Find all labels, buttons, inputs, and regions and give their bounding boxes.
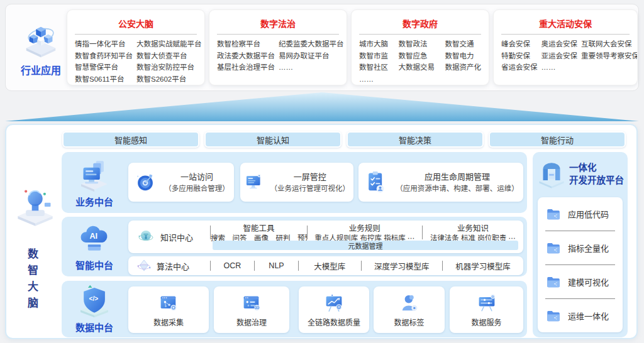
platform-item: 易网办取证平台: [279, 50, 344, 62]
platform-item: 数智治安防控平台: [136, 62, 202, 74]
platform-item: 数智检察平台: [217, 38, 275, 50]
dev-open-platform-head: 一体化 开发开放平台: [533, 152, 628, 190]
knowledge-sphere-icon: [136, 227, 156, 247]
dev-item-label: 建模可视化: [568, 276, 609, 288]
data-collection-card: 数据采集: [128, 286, 209, 333]
capability-pill-decision: 智能决策: [347, 131, 484, 148]
card-title: 数据治理: [236, 317, 267, 327]
capability-pill-perception: 智能感知: [62, 131, 199, 148]
group-title: 业务知识: [423, 224, 523, 234]
platform-item: 特勤安保: [501, 50, 538, 62]
clipboard-icon: [363, 169, 389, 195]
business-platform-head: 业务中台: [62, 152, 127, 213]
intelligence-platform-row: 智能中台 知识中心 智能工具 搜索 问答 画像 研判 预警 ⋯ 业务规则 重点人…: [62, 217, 527, 276]
platform-list: 数智检察平台 纪委监委大数据平台 政法委大数据平台 易网办取证平台 基层社会治理…: [209, 38, 347, 74]
platform-list: 峰会安保 奥运会安保 互联网大会安保 特勤安保 亚运会安保 重要领导考察安保 省…: [494, 38, 637, 74]
data-governance-icon: [240, 292, 263, 315]
folder-ops-icon: [545, 308, 562, 324]
platform-list: 情指一体化平台 大数据实战赋能平台 数智食药环知平台 数智大侦查平台 智慧警保平…: [67, 38, 204, 85]
card-subtitle: （业务运行管理可视化）: [270, 183, 350, 193]
card-text: 一屏管控 （业务运行管理可视化）: [270, 171, 350, 193]
platform-item: 重要领导考察安保: [581, 50, 638, 62]
data-platform-head: 数据中台: [62, 281, 127, 337]
knowledge-center-card: 知识中心 智能工具 搜索 问答 画像 研判 预警 ⋯ 业务规则 重点人规则库 布…: [128, 220, 523, 253]
data-quality-card: 全链路数据质量: [299, 286, 369, 333]
digital-brain-label: 数智大脑: [24, 248, 40, 313]
divider: [359, 34, 481, 35]
dev-item-lowcode: 应用低代码: [538, 197, 623, 231]
card-text: 应用生命周期管理 （应用资源申请、构建、部署、运维）: [396, 171, 519, 193]
platform-item: 数智政法: [399, 38, 435, 50]
data-platform-label: 数据中台: [75, 320, 113, 334]
divider: [217, 34, 339, 35]
folder-indicators-icon: [545, 240, 562, 256]
data-service-card: 数据服务: [450, 286, 523, 333]
algorithm-center-label: 算法中心: [157, 260, 189, 272]
platform-item: ……: [541, 62, 578, 74]
data-label-card: 数据标签: [374, 286, 445, 333]
platform-item: 数智大侦查平台: [136, 50, 202, 62]
card-title: 数据服务: [471, 317, 501, 327]
platform-item: 互联网大会安保: [581, 38, 638, 50]
algorithm-item: 机器学习模型库: [443, 260, 523, 272]
industry-applications-head: 行业应用: [13, 21, 69, 77]
group-title: 业务规则: [308, 224, 422, 234]
platform-item: ……: [359, 74, 388, 85]
app-card-title: 数字法治: [209, 10, 347, 30]
app-card-title: 数字政府: [352, 10, 489, 30]
platform-item: 大数据实战赋能平台: [136, 38, 202, 50]
card-text: 一站访问 （多应用融合管理）: [164, 171, 230, 193]
data-collection-icon: [157, 292, 180, 315]
one-stop-access-card: 一站访问 （多应用融合管理）: [128, 163, 234, 202]
dev-item-ops: 运维一体化: [538, 299, 623, 332]
platform-item: 数智S2602平台: [136, 74, 202, 85]
digital-brain-icon: [14, 185, 57, 228]
title-line-1: 一体化: [569, 162, 624, 175]
dev-item-indicators: 指标全量化: [538, 231, 623, 264]
folder-modeling-icon: [545, 274, 562, 290]
digital-brain-section: 数智大脑 智能感知 智能认知 智能决策 智能行动 业务中台 一站访问 （多应用融…: [5, 124, 638, 339]
platform-item: 数智交通: [445, 38, 482, 50]
one-screen-control-card: 一屏管控 （业务运行管理可视化）: [240, 163, 353, 202]
divider: [501, 34, 630, 35]
platform-list: 城市大脑 数智政法 数智交通 数智市监 数智应急 数智电力 数智社区 大数据交易…: [352, 38, 489, 85]
platform-item: 纪委监委大数据平台: [279, 38, 344, 50]
dev-open-platform-title: 一体化 开发开放平台: [569, 162, 624, 187]
industry-applications-section: 行业应用 公安大脑 情指一体化平台 大数据实战赋能平台 数智食药环知平台 数智大…: [5, 4, 639, 91]
sliders-board-icon: [475, 292, 498, 315]
app-card-title: 公安大脑: [67, 10, 204, 30]
card-subtitle: （应用资源申请、构建、部署、运维）: [396, 183, 519, 193]
data-platform-row: 数据中台 数据采集 数据治理 全链路数据质量 数据标签 数据服务: [62, 281, 527, 337]
app-card-digital-government: 数字政府 城市大脑 数智政法 数智交通 数智市监 数智应急 数智电力 数智社区 …: [351, 9, 489, 85]
data-shield-icon: [77, 285, 111, 318]
dev-open-platform-column: 一体化 开发开放平台 应用低代码 指标全量化 建模可视化: [533, 152, 628, 337]
platform-item: 数智食药环知平台: [75, 50, 133, 62]
platform-item: 省运会安保: [501, 62, 538, 74]
platform-item: 基层社会治理平台: [217, 62, 275, 74]
ai-cloud-icon: [77, 222, 111, 256]
platform-item: ……: [279, 62, 344, 74]
platform-item: ……: [75, 85, 133, 85]
intelligence-platform-head: 智能中台: [62, 217, 127, 276]
platform-item: 数智应急: [399, 50, 435, 62]
platform-item: 奥运会安保: [541, 38, 578, 50]
card-title: 一屏管控: [270, 171, 350, 183]
intelligence-platform-label: 智能中台: [75, 258, 113, 271]
algorithm-item: NLP: [255, 261, 298, 270]
platform-item: 数智社区: [359, 62, 388, 74]
divider: [75, 34, 197, 35]
platform-item: 数智电力: [445, 50, 482, 62]
funnel-arrow: [5, 92, 639, 121]
infographic-canvas: 行业应用 公安大脑 情指一体化平台 大数据实战赋能平台 数智食药环知平台 数智大…: [0, 0, 644, 343]
card-title: 全链路数据质量: [308, 317, 360, 327]
dev-item-label: 指标全量化: [568, 242, 609, 254]
title-line-2: 开发开放平台: [569, 175, 624, 187]
industry-applications-label: 行业应用: [21, 62, 61, 77]
folder-lowcode-icon: [545, 206, 562, 222]
platform-item: 数智市监: [359, 50, 388, 62]
group-title: 智能工具: [211, 224, 307, 234]
platform-item: 情指一体化平台: [75, 38, 133, 50]
capability-pill-cognition: 智能认知: [204, 131, 341, 148]
dev-item-label: 运维一体化: [568, 310, 609, 322]
algorithm-item: 大模型库: [299, 260, 361, 272]
